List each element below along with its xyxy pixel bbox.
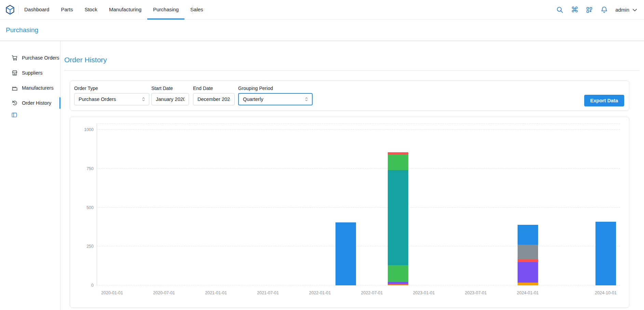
chart-card: 025050075010002020-01-012020-07-012021-0…	[70, 117, 629, 308]
start-date-input[interactable]	[151, 93, 189, 105]
chart-bar-segment[interactable]	[518, 225, 538, 245]
y-axis-label: 0	[76, 283, 94, 288]
history-icon	[11, 100, 18, 106]
gridline	[97, 129, 620, 130]
sidebar-item-label: Suppliers	[22, 70, 42, 76]
tab-sales[interactable]: Sales	[184, 0, 209, 20]
box-logo-icon	[5, 4, 15, 15]
select-chevrons-icon	[141, 96, 146, 102]
page-title: Order History	[64, 56, 107, 64]
chart-bar[interactable]	[595, 222, 616, 285]
notifications-bell-icon[interactable]	[600, 6, 608, 14]
y-axis-label: 500	[76, 205, 94, 210]
chart-bar-segment[interactable]	[388, 170, 408, 265]
order-type-value: Purchase Orders	[79, 96, 116, 102]
storefront-icon	[11, 69, 18, 76]
sidebar-item-purchase-orders[interactable]: Purchase Orders	[0, 50, 60, 65]
nav-separator	[192, 5, 193, 14]
chart-bar[interactable]	[518, 225, 538, 285]
end-date-label: End Date	[193, 86, 235, 91]
end-date-field: End Date	[193, 86, 235, 105]
purchasing-sidebar: Purchase Orders Suppliers Manufacturers	[0, 41, 60, 310]
chevron-down-icon	[632, 7, 638, 13]
qr-scan-icon[interactable]	[586, 6, 593, 14]
command-palette-icon[interactable]: ⌘	[571, 6, 578, 14]
x-axis-label: 2021-01-01	[205, 290, 227, 295]
sidebar-item-suppliers[interactable]: Suppliers	[0, 65, 60, 80]
y-axis-label: 1000	[76, 127, 94, 132]
start-date-label: Start Date	[151, 86, 189, 91]
gridline	[97, 285, 620, 285]
collapse-sidebar-icon[interactable]	[11, 112, 18, 118]
grouping-period-value: Quarterly	[243, 96, 263, 102]
app-logo[interactable]	[5, 4, 15, 15]
chart-bar-segment[interactable]	[518, 262, 538, 283]
order-type-label: Order Type	[74, 86, 149, 91]
sidebar-item-label: Manufacturers	[22, 85, 54, 91]
sidebar-item-order-history[interactable]: Order History	[0, 95, 60, 111]
main-nav-tabs: Dashboard Parts Stock Manufacturing Purc…	[18, 0, 209, 20]
tab-manufacturing[interactable]: Manufacturing	[103, 0, 147, 20]
chart-bar-segment[interactable]	[388, 152, 408, 155]
navbar-actions: ⌘ admin	[556, 0, 638, 20]
y-axis-label: 250	[76, 244, 94, 249]
grouping-period-select[interactable]: Quarterly	[238, 93, 313, 105]
chart-bar-segment[interactable]	[388, 155, 408, 170]
y-axis-label: 750	[76, 166, 94, 171]
top-navbar: Dashboard Parts Stock Manufacturing Purc…	[0, 0, 644, 20]
x-axis-label: 2023-01-01	[413, 290, 435, 295]
start-date-field: Start Date	[151, 86, 189, 105]
order-type-field: Order Type Purchase Orders	[74, 86, 149, 105]
chart-bar-segment[interactable]	[518, 259, 538, 262]
user-menu[interactable]: admin	[615, 7, 638, 13]
x-axis-label: 2022-01-01	[309, 290, 331, 295]
chart-bar-segment[interactable]	[595, 222, 616, 285]
factory-icon	[11, 85, 18, 91]
export-data-button[interactable]: Export Data	[584, 95, 624, 106]
username: admin	[615, 7, 629, 13]
chart-bar-segment[interactable]	[518, 245, 538, 259]
grouping-period-field: Grouping Period Quarterly	[238, 86, 313, 105]
x-axis-label: 2021-07-01	[257, 290, 279, 295]
grouping-period-label: Grouping Period	[238, 86, 313, 91]
tab-dashboard[interactable]: Dashboard	[18, 0, 55, 20]
x-axis-label: 2023-07-01	[465, 290, 487, 295]
tab-purchasing[interactable]: Purchasing	[147, 0, 184, 20]
tab-stock[interactable]: Stock	[79, 0, 103, 20]
breadcrumb[interactable]: Purchasing	[0, 20, 644, 34]
tab-parts[interactable]: Parts	[55, 0, 79, 20]
chart-bar-segment[interactable]	[388, 265, 408, 282]
search-icon[interactable]	[556, 6, 564, 14]
sidebar-item-label: Order History	[22, 100, 51, 106]
gridline	[97, 168, 620, 169]
sidebar-item-label: Purchase Orders	[22, 55, 59, 61]
end-date-input[interactable]	[193, 93, 235, 105]
title-divider	[64, 70, 640, 71]
chart-bar-segment[interactable]	[388, 285, 408, 285]
gridline	[97, 207, 620, 208]
shopping-cart-icon	[11, 54, 18, 61]
x-axis-label: 2024-10-01	[595, 290, 617, 295]
order-type-select[interactable]: Purchase Orders	[74, 93, 149, 105]
x-axis-label: 2022-07-01	[361, 290, 383, 295]
chart-bar[interactable]	[388, 152, 408, 285]
x-axis-label: 2024-01-01	[517, 290, 539, 295]
chart-bar[interactable]	[335, 222, 356, 285]
select-chevrons-icon	[304, 96, 309, 102]
chart-plot: 025050075010002020-01-012020-07-012021-0…	[97, 124, 620, 285]
gridline	[97, 246, 620, 246]
filter-panel: Order Type Purchase Orders Start Date En…	[70, 80, 629, 111]
chart-bar-segment[interactable]	[335, 222, 356, 285]
x-axis-label: 2020-01-01	[101, 290, 123, 295]
x-axis-label: 2020-07-01	[153, 290, 175, 295]
chart-bar-segment[interactable]	[518, 283, 538, 285]
sidebar-item-manufacturers[interactable]: Manufacturers	[0, 80, 60, 95]
page-header: Purchasing	[0, 20, 644, 41]
